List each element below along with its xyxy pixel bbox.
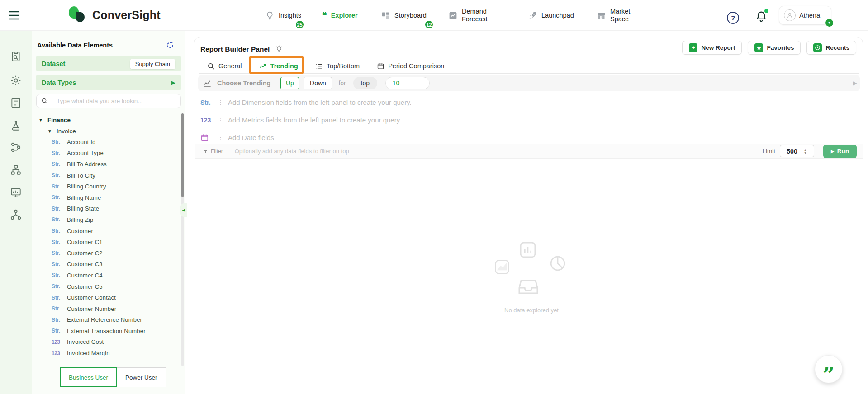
tree-field[interactable]: Str.Billing Zip xyxy=(32,214,182,225)
field-name: Account Id xyxy=(67,139,95,145)
chevron-right-icon[interactable]: ▶ xyxy=(853,80,857,86)
nav-label: Launchpad xyxy=(541,12,574,19)
nav-item-demand-forecast[interactable]: Demand Forecast xyxy=(448,0,494,31)
brand-name: ConverSight xyxy=(92,9,161,22)
nav-item-launchpad[interactable]: Launchpad xyxy=(528,0,574,31)
recents-clock-icon xyxy=(813,43,822,52)
new-report-button[interactable]: + New Report xyxy=(682,41,742,55)
query-builder-rows: Str. ⋮ Add Dimension fields from the lef… xyxy=(200,94,856,146)
tab-top-bottom[interactable]: Top/Bottom xyxy=(315,62,360,70)
metrics-drop-zone[interactable]: 123 ⋮ Add Metrics fields from the left p… xyxy=(200,111,856,129)
tree-field[interactable]: Str.Customer C5 xyxy=(32,281,182,292)
top-navigation-bar: ConverSight Insights 25 ❝ Explorer Story… xyxy=(0,0,868,31)
tab-period-comparison[interactable]: Period Comparison xyxy=(377,62,444,70)
tree-field[interactable]: 123Invoiced Cost xyxy=(32,337,182,348)
filter-hint[interactable]: Optionally add any data fields to filter… xyxy=(235,148,349,155)
tree-field[interactable]: Str.Billing Name xyxy=(32,192,182,203)
user-menu[interactable]: Athena ▼ xyxy=(779,6,831,25)
dimension-drop-zone[interactable]: Str. ⋮ Add Dimension fields from the lef… xyxy=(200,94,856,111)
hamburger-menu-icon[interactable] xyxy=(8,11,20,20)
hierarchy-icon[interactable] xyxy=(10,164,22,176)
dataset-value[interactable]: Supply Chain xyxy=(130,59,175,69)
trending-down-button[interactable]: Down xyxy=(304,77,332,89)
field-name: Customer C4 xyxy=(67,272,103,279)
hint-bulb-icon[interactable] xyxy=(275,45,283,53)
calendar-icon xyxy=(377,62,384,70)
dataset-selector[interactable]: Dataset Supply Chain xyxy=(36,56,181,71)
tree-field[interactable]: Str.Customer C3 xyxy=(32,259,182,270)
nav-item-market-space[interactable]: Market Space xyxy=(597,0,636,31)
report-chart-icon[interactable] xyxy=(10,187,22,198)
tree-field[interactable]: Str.Account Id xyxy=(32,136,182,148)
notifications-bell-icon[interactable] xyxy=(755,10,768,23)
trend-line-icon xyxy=(203,79,212,88)
tree-subgroup-label: Invoice xyxy=(57,128,76,135)
refresh-icon[interactable] xyxy=(166,41,175,50)
field-type-badge: Str. xyxy=(52,239,63,245)
nav-label: Explorer xyxy=(331,12,358,19)
field-name: Customer C1 xyxy=(67,239,103,245)
spinner-arrows[interactable]: ▲▼ xyxy=(804,148,807,155)
tab-label: Period Comparison xyxy=(388,62,444,70)
storyboard-grid-icon xyxy=(381,11,390,20)
search-input[interactable] xyxy=(57,98,176,104)
caret-down-icon: ▼ xyxy=(47,129,52,134)
favorites-button[interactable]: ★ Favorites xyxy=(748,41,801,55)
tree-field[interactable]: Str.Customer C4 xyxy=(32,270,182,281)
tree-field[interactable]: Str.Customer Contact xyxy=(32,292,182,303)
forms-icon[interactable] xyxy=(10,97,22,109)
sidebar-scrollbar-thumb[interactable] xyxy=(181,113,184,197)
tab-trending[interactable]: Trending xyxy=(259,62,298,70)
data-types-selector[interactable]: Data Types ▶ xyxy=(36,75,181,90)
help-icon[interactable]: ? xyxy=(727,12,739,24)
brand-logo[interactable]: ConverSight xyxy=(69,6,161,23)
tree-field[interactable]: Str.Bill To City xyxy=(32,170,182,181)
nav-item-insights[interactable]: Insights 25 xyxy=(265,0,301,31)
settings-gear-icon[interactable] xyxy=(10,75,22,86)
trending-up-button[interactable]: Up xyxy=(280,77,299,89)
nav-item-explorer[interactable]: ❝ Explorer xyxy=(322,0,358,31)
choose-trending-label: Choose Trending xyxy=(217,80,270,87)
tree-field[interactable]: Str.External Transaction Number xyxy=(32,325,182,337)
tree-field[interactable]: Str.Customer C1 xyxy=(32,236,182,248)
field-name: Account Type xyxy=(67,150,104,156)
nav-item-storyboard[interactable]: Storyboard 12 xyxy=(381,0,427,31)
recents-button[interactable]: Recents xyxy=(806,41,856,55)
tree-field[interactable]: Str.External Reference Number xyxy=(32,314,182,326)
field-name: Customer Number xyxy=(67,305,116,312)
tree-field[interactable]: Str.Bill To Address xyxy=(32,159,182,170)
tree-field[interactable]: Str.Billing State xyxy=(32,203,182,215)
tree-field[interactable]: 123Invoiced Margin xyxy=(32,347,182,359)
drag-handle-icon: ⋮ xyxy=(218,134,223,141)
data-types-label: Data Types xyxy=(42,79,76,86)
tree-field[interactable]: Str.Account Type xyxy=(32,148,182,159)
limit-input[interactable] xyxy=(780,148,804,155)
labs-flask-icon[interactable] xyxy=(10,120,22,131)
storefront-icon xyxy=(597,11,606,20)
athena-chat-button[interactable]: ” xyxy=(815,355,843,383)
sidebar-collapse-handle[interactable]: ◀ xyxy=(180,203,187,217)
business-user-button[interactable]: Business User xyxy=(60,367,117,387)
filter-funnel-icon xyxy=(203,148,209,154)
tree-group-finance[interactable]: ▼ Finance xyxy=(32,114,182,126)
catalog-icon[interactable] xyxy=(10,51,22,62)
field-name: Billing Zip xyxy=(67,216,94,223)
workflow-branch-icon[interactable] xyxy=(10,141,22,153)
tree-subgroup-invoice[interactable]: ▼ Invoice xyxy=(32,126,182,136)
trending-count-input[interactable] xyxy=(385,77,430,89)
field-type-badge: Str. xyxy=(52,228,63,234)
tree-field[interactable]: Str.Billing Country xyxy=(32,181,182,192)
pie-chart-icon xyxy=(548,254,567,275)
tab-general[interactable]: General xyxy=(207,62,242,70)
top-scope-selector[interactable]: top xyxy=(353,77,377,89)
area-chart-icon xyxy=(494,259,510,277)
run-button[interactable]: ▶ Run xyxy=(823,145,857,158)
report-builder-card: Report Builder Panel + New Report ★ Favo… xyxy=(194,37,863,394)
field-type-badge: 123 xyxy=(52,339,63,345)
tree-field[interactable]: Str.Customer C2 xyxy=(32,248,182,259)
tree-field[interactable]: Str.Customer xyxy=(32,225,182,237)
power-user-button[interactable]: Power User xyxy=(117,367,166,387)
tree-field[interactable]: Str.Customer Number xyxy=(32,303,182,314)
org-structure-icon[interactable] xyxy=(10,209,22,220)
limit-spinner: ▲▼ xyxy=(780,145,814,157)
